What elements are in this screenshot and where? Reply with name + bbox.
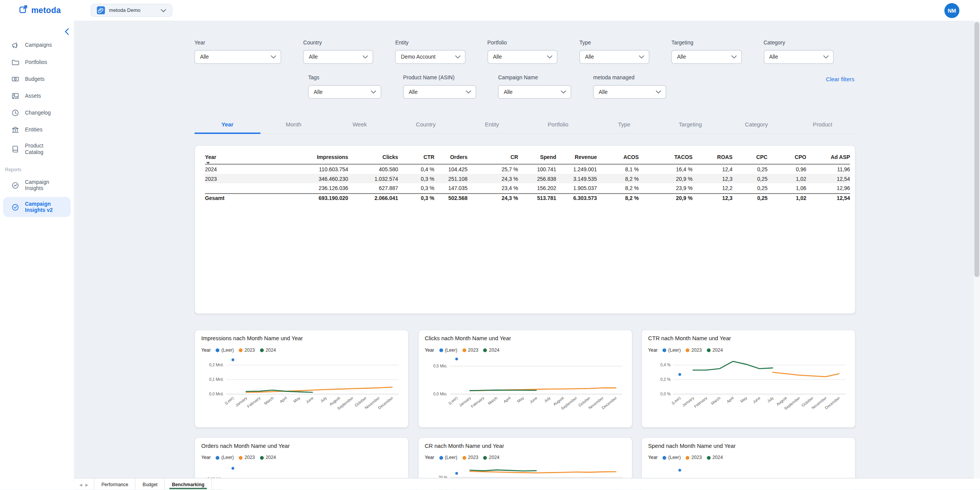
avatar[interactable]: NM [944, 3, 959, 18]
filter-year-select[interactable]: Alle [194, 50, 281, 64]
table-total-row[interactable]: Gesamt693.190.0202.066.0410,3 %502.56824… [205, 193, 850, 203]
table-cell: 0,4 % [398, 164, 434, 174]
page-tab-benchmarking[interactable]: Benchmarking [164, 479, 212, 490]
line-chart[interactable]: 0,0 %0,2 %0,4 %(Leer)JanuaryFebruaryMarc… [648, 354, 849, 416]
table-row[interactable]: 236.126.036627.8870,3 %147.03523,4 %156.… [205, 184, 850, 193]
column-header-clicks[interactable]: Clicks [348, 152, 398, 164]
clear-filters-link[interactable]: Clear filters [826, 76, 854, 82]
table-row[interactable]: 2023346.460.2301.032.5740,3 %251.10824,3… [205, 174, 850, 184]
filter-tags-select[interactable]: Alle [308, 85, 381, 99]
legend-item-2024[interactable]: 2024 [483, 455, 500, 461]
chart-title: Orders nach Month Name und Year [201, 443, 402, 449]
sidebar-item-portfolios[interactable]: Portfolios [0, 54, 74, 70]
chart-ctr-nach-month-name-und-year[interactable]: CTR nach Month Name und YearYear(Leer)20… [641, 329, 856, 428]
tab-targeting[interactable]: Targeting [657, 116, 724, 133]
filter-product-name-asin-select[interactable]: Alle [403, 85, 476, 99]
sidebar-item-campaign-insights-v2[interactable]: Campaign Insights v2 [3, 197, 70, 217]
sidebar-item-campaigns[interactable]: Campaigns [0, 37, 74, 54]
legend-item-2023[interactable]: 2023 [462, 455, 479, 461]
page-prev-icon[interactable]: ◀ [79, 482, 82, 486]
column-header-tacos[interactable]: TACOS [639, 152, 693, 164]
column-header-year[interactable]: Year [205, 152, 245, 164]
column-header-ctr[interactable]: CTR [398, 152, 434, 164]
column-header-cpc[interactable]: CPC [732, 152, 767, 164]
svg-text:0,0 Mrd.: 0,0 Mrd. [209, 392, 224, 396]
chart-clicks-nach-month-name-und-year[interactable]: Clicks nach Month Name und YearYear(Leer… [418, 329, 632, 428]
sidebar-item-budgets[interactable]: Budgets [0, 70, 74, 87]
sidebar-item-assets[interactable]: Assets [0, 88, 74, 105]
legend-item-leer[interactable]: (Leer) [216, 455, 234, 461]
megaphone-icon [11, 41, 19, 49]
filter-category: CategoryAlle [764, 39, 834, 64]
column-header-impressions[interactable]: Impressions [245, 152, 348, 164]
legend-item-2023[interactable]: 2023 [686, 455, 702, 461]
legend-item-2024[interactable]: 2024 [260, 347, 276, 353]
chart-impressions-nach-month-name-und-year[interactable]: Impressions nach Month Name und YearYear… [194, 329, 409, 428]
legend-item-2023[interactable]: 2023 [239, 455, 255, 461]
tab-entity[interactable]: Entity [459, 116, 525, 133]
filter-type-select[interactable]: Alle [580, 50, 650, 64]
page-tab-performance[interactable]: Performance [94, 479, 135, 490]
sidebar-item-changelog[interactable]: Changelog [0, 105, 74, 121]
line-chart[interactable]: 0,0 Mio.0,5 Mio.(Leer)JanuaryFebruaryMar… [425, 354, 625, 416]
page-next-icon[interactable]: ▶ [85, 482, 88, 486]
table-cell: 1.032.574 [348, 174, 398, 184]
column-header-roas[interactable]: ROAS [693, 152, 732, 164]
line-chart[interactable]: 0,0 Mrd.0,1 Mrd.0,2 Mrd.(Leer)JanuaryFeb… [201, 354, 402, 416]
filter-category-select[interactable]: Alle [764, 50, 834, 64]
tab-category[interactable]: Category [724, 116, 790, 133]
tab-product[interactable]: Product [789, 116, 856, 133]
tab-portfolio[interactable]: Portfolio [525, 116, 591, 133]
filter-country-select[interactable]: Alle [303, 50, 373, 64]
sidebar-item-entities[interactable]: Entities [0, 121, 74, 138]
column-header-cr[interactable]: CR [467, 152, 518, 164]
insights-v2-icon [11, 203, 19, 211]
legend-item-leer[interactable]: (Leer) [663, 347, 681, 353]
legend-item-2023[interactable]: 2023 [462, 347, 479, 353]
tab-type[interactable]: Type [591, 116, 657, 133]
filter-selected-value: Demo Account [401, 54, 435, 60]
sidebar-item-label: Changelog [25, 110, 61, 116]
sidebar-collapse-button[interactable] [64, 28, 70, 36]
column-header-ad-asp[interactable]: Ad ASP [806, 152, 850, 164]
scrollbar-thumb[interactable] [974, 22, 979, 277]
legend-item-leer[interactable]: (Leer) [439, 455, 457, 461]
sort-indicator-icon [206, 162, 210, 164]
column-header-spend[interactable]: Spend [518, 152, 556, 164]
legend-item-2023[interactable]: 2023 [239, 347, 255, 353]
metoda-logo[interactable]: metoda [19, 4, 61, 16]
legend-item-2024[interactable]: 2024 [707, 455, 723, 461]
legend-item-leer[interactable]: (Leer) [439, 347, 457, 353]
filter-metoda-managed-select[interactable]: Alle [593, 85, 666, 99]
filter-entity-select[interactable]: Demo Account [395, 50, 466, 64]
view-tabs: YearMonthWeekCountryEntityPortfolioTypeT… [194, 116, 856, 134]
workspace-selector[interactable]: metoda Demo [91, 4, 172, 17]
legend-item-2024[interactable]: 2024 [260, 455, 276, 461]
column-header-orders[interactable]: Orders [434, 152, 468, 164]
filter-targeting-select[interactable]: Alle [671, 50, 742, 64]
legend-item-2023[interactable]: 2023 [686, 347, 702, 353]
chart-legend: Year(Leer)20232024 [425, 347, 625, 353]
sidebar-item-label: Entities [25, 127, 61, 133]
filter-label: Product Name (ASIN) [403, 74, 476, 80]
svg-text:(Leer): (Leer) [224, 396, 235, 405]
tab-country[interactable]: Country [393, 116, 459, 133]
column-header-acos[interactable]: ACOS [597, 152, 639, 164]
legend-item-leer[interactable]: (Leer) [216, 347, 234, 353]
legend-item-leer[interactable]: (Leer) [663, 455, 681, 461]
column-header-cpo[interactable]: CPO [768, 152, 806, 164]
tab-month[interactable]: Month [260, 116, 327, 133]
legend-item-2024[interactable]: 2024 [483, 347, 500, 353]
filter-portfolio-select[interactable]: Alle [487, 50, 557, 64]
table-cell: 1,02 [768, 174, 806, 184]
page-tab-budget[interactable]: Budget [135, 479, 164, 490]
table-row[interactable]: 2024110.603.754405.5800,4 %104.42525,7 %… [205, 164, 850, 174]
legend-item-2024[interactable]: 2024 [707, 347, 723, 353]
sidebar-item-campaign-insights[interactable]: Campaign Insights [0, 175, 74, 196]
tab-year[interactable]: Year [194, 116, 261, 133]
tab-week[interactable]: Week [327, 116, 393, 133]
filter-campaign-name-select[interactable]: Alle [498, 85, 571, 99]
column-header-revenue[interactable]: Revenue [556, 152, 597, 164]
filter-country: CountryAlle [303, 39, 373, 64]
sidebar-item-product-catalog[interactable]: Product Catalog [0, 138, 74, 160]
